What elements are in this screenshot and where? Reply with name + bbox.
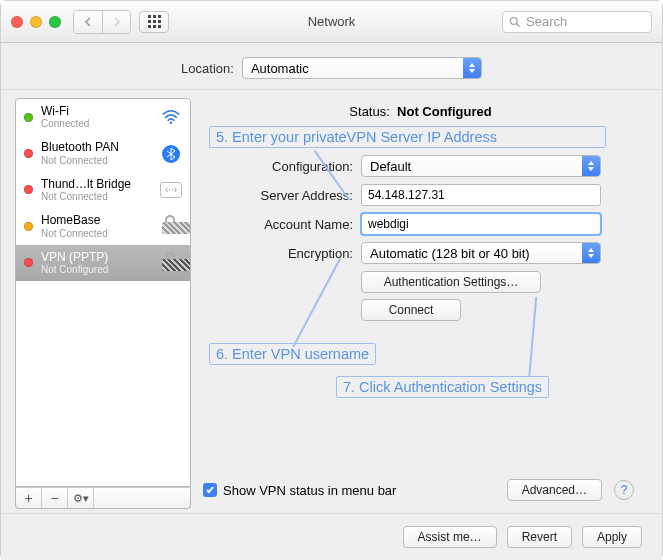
- nav-buttons: [73, 10, 131, 34]
- account-name-input[interactable]: [361, 213, 601, 235]
- status-line: Status: Not Configured: [203, 104, 638, 119]
- svg-point-2: [170, 122, 173, 125]
- thunderbolt-icon: ‹··›: [160, 181, 182, 199]
- forward-button[interactable]: [102, 11, 130, 33]
- status-value: Not Configured: [397, 104, 492, 119]
- zoom-button[interactable]: [49, 16, 61, 28]
- configuration-value: Default: [370, 159, 411, 174]
- server-address-label: Server Address:: [203, 188, 353, 203]
- network-prefs-window: Network Search Location: Automatic Wi-Fi…: [0, 0, 663, 560]
- status-dot-icon: [24, 113, 33, 122]
- chevron-updown-icon: [582, 156, 600, 176]
- encryption-value: Automatic (128 bit or 40 bit): [370, 246, 530, 261]
- back-button[interactable]: [74, 11, 102, 33]
- service-status: Not Connected: [41, 155, 152, 167]
- annotation-5: 5. Enter your privateVPN Server IP Addre…: [209, 126, 606, 148]
- show-all-button[interactable]: [139, 11, 169, 33]
- show-vpn-status-label: Show VPN status in menu bar: [223, 483, 396, 498]
- service-actions-button[interactable]: ⚙︎▾: [68, 488, 94, 508]
- search-placeholder: Search: [526, 14, 567, 29]
- auth-settings-button[interactable]: Authentication Settings…: [361, 271, 541, 293]
- encryption-popup[interactable]: Automatic (128 bit or 40 bit): [361, 242, 601, 264]
- lock-icon: [160, 217, 182, 235]
- bluetooth-icon: [160, 145, 182, 163]
- window-controls: [11, 16, 61, 28]
- service-name: Wi-Fi: [41, 104, 152, 118]
- sidebar-item-thunderbolt[interactable]: Thund…lt Bridge Not Connected ‹··›: [16, 172, 190, 208]
- status-dot-icon: [24, 258, 33, 267]
- account-name-label: Account Name:: [203, 217, 353, 232]
- status-dot-icon: [24, 222, 33, 231]
- content-body: Wi-Fi Connected Bluetooth PAN Not Connec…: [1, 90, 662, 513]
- location-value: Automatic: [251, 61, 309, 76]
- service-name: VPN (PPTP): [41, 250, 152, 264]
- encryption-label: Encryption:: [203, 246, 353, 261]
- connect-button[interactable]: Connect: [361, 299, 461, 321]
- footer: Assist me… Revert Apply: [1, 513, 662, 560]
- add-service-button[interactable]: +: [16, 488, 42, 508]
- svg-point-0: [511, 17, 518, 24]
- server-address-input[interactable]: [361, 184, 601, 206]
- status-dot-icon: [24, 149, 33, 158]
- sidebar-item-vpn[interactable]: VPN (PPTP) Not Configured: [16, 245, 190, 281]
- service-name: Thund…lt Bridge: [41, 177, 152, 191]
- status-dot-icon: [24, 185, 33, 194]
- wifi-icon: [160, 108, 182, 126]
- service-status: Connected: [41, 118, 152, 130]
- search-icon: [509, 16, 521, 28]
- advanced-button[interactable]: Advanced…: [507, 479, 602, 501]
- search-input[interactable]: Search: [502, 11, 652, 33]
- location-popup[interactable]: Automatic: [242, 57, 482, 79]
- location-row: Location: Automatic: [1, 43, 662, 90]
- advanced-row: Show VPN status in menu bar Advanced… ?: [203, 479, 634, 501]
- service-status: Not Connected: [41, 191, 152, 203]
- location-label: Location:: [181, 61, 234, 76]
- configuration-popup[interactable]: Default: [361, 155, 601, 177]
- apply-button[interactable]: Apply: [582, 526, 642, 548]
- close-button[interactable]: [11, 16, 23, 28]
- annotation-arrow: [292, 258, 340, 347]
- chevron-updown-icon: [582, 243, 600, 263]
- assist-me-button[interactable]: Assist me…: [403, 526, 497, 548]
- annotation-7: 7. Click Authentication Settings: [336, 376, 549, 398]
- titlebar: Network Search: [1, 1, 662, 43]
- remove-service-button[interactable]: −: [42, 488, 68, 508]
- service-list[interactable]: Wi-Fi Connected Bluetooth PAN Not Connec…: [15, 98, 191, 487]
- svg-line-1: [517, 23, 520, 26]
- help-button[interactable]: ?: [614, 480, 634, 500]
- status-label: Status:: [349, 104, 389, 119]
- service-status: Not Connected: [41, 228, 152, 240]
- service-sidebar: Wi-Fi Connected Bluetooth PAN Not Connec…: [15, 98, 191, 509]
- sidebar-item-bluetooth[interactable]: Bluetooth PAN Not Connected: [16, 135, 190, 171]
- show-vpn-status-checkbox[interactable]: [203, 483, 217, 497]
- chevron-updown-icon: [463, 58, 481, 78]
- sidebar-item-wifi[interactable]: Wi-Fi Connected: [16, 99, 190, 135]
- service-name: Bluetooth PAN: [41, 140, 152, 154]
- sidebar-item-homebase[interactable]: HomeBase Not Connected: [16, 208, 190, 244]
- sidebar-toolbar: + − ⚙︎▾: [15, 487, 191, 509]
- minimize-button[interactable]: [30, 16, 42, 28]
- detail-pane: Status: Not Configured Configuration: De…: [203, 98, 648, 509]
- service-name: HomeBase: [41, 213, 152, 227]
- vpn-lock-icon: [160, 254, 182, 272]
- service-status: Not Configured: [41, 264, 152, 276]
- revert-button[interactable]: Revert: [507, 526, 572, 548]
